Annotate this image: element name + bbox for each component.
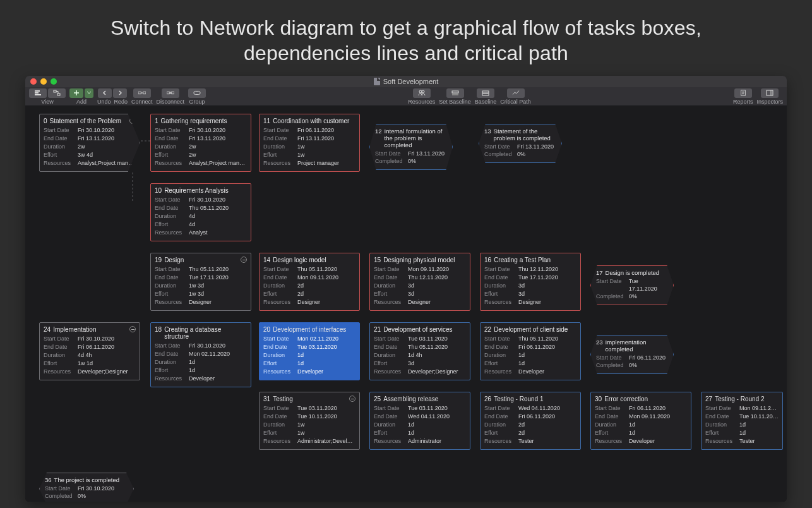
task-box-11[interactable]: 11Coordination with customer Start DateF… [259,114,360,172]
window-title-label: Soft Development [383,78,438,85]
svg-point-11 [422,90,424,93]
toolbar-connect-label: Connect [131,99,153,105]
toolbar-add-label: Add [76,99,87,105]
svg-rect-12 [452,91,458,93]
task-box-21[interactable]: 21Development of services Start DateTue … [369,322,470,380]
task-box-1[interactable]: 1Gathering requirements Start DateFri 30… [150,114,251,172]
svg-point-10 [419,90,422,93]
task-box-20-selected[interactable]: 20Development of interfaces Start DateMo… [259,322,360,380]
toolbar-undoredo-label: Undo Redo [97,99,128,105]
toolbar-resources-group: Resources [408,87,435,106]
toolbar-add-group: Add [69,87,93,106]
milestone-13[interactable]: 13Statement of the problem is completed … [479,124,562,163]
resources-button[interactable] [413,88,431,98]
svg-rect-2 [35,94,41,95]
group-button[interactable] [188,88,206,98]
svg-rect-7 [167,92,169,94]
window-title: Soft Development [25,78,787,85]
toolbar-disconnect-group: Disconnect [157,87,185,106]
svg-rect-9 [194,91,200,94]
toolbar-group-label: Group [189,99,205,105]
toolbar-setbaseline-group: Set Baseline [439,87,471,106]
task-box-0[interactable]: 0Statement of the Problem Start DateFri … [39,114,140,172]
task-box-27[interactable]: 27Testing - Round 2 Start DateMon 09.11.… [701,392,783,450]
task-box-25[interactable]: 25Assembling release Start DateTue 03.11… [369,392,470,450]
task-box-19[interactable]: 19Design Start DateThu 05.11.2020 End Da… [150,253,251,311]
page-headline: Switch to Network diagram to get a graph… [0,0,812,66]
task-box-14[interactable]: 14Design logic model Start DateThu 05.11… [259,253,360,311]
svg-rect-3 [54,90,56,92]
toolbar-criticalpath-label: Critical Path [500,99,531,105]
svg-rect-8 [172,92,174,94]
inspectors-button[interactable] [761,88,779,98]
svg-rect-5 [138,92,141,94]
toolbar-criticalpath-group: Critical Path [500,87,531,106]
add-button[interactable] [69,88,83,98]
window-titlebar: Soft Development [25,76,787,87]
svg-rect-1 [35,92,39,94]
svg-rect-13 [452,94,458,95]
toolbar-inspectors-group: Inspectors [756,87,783,106]
svg-rect-17 [767,90,773,95]
gantt-view-button[interactable] [29,88,47,98]
svg-rect-14 [482,91,489,93]
milestone-23[interactable]: 23Implementation completed Start DateFri… [590,335,674,374]
task-box-30[interactable]: 30Error correction Start DateFri 06.11.2… [590,392,691,450]
toolbar-view-group: View [29,87,66,106]
collapse-icon[interactable] [129,118,136,124]
collapse-icon[interactable] [241,257,247,263]
task-box-16[interactable]: 16Creating a Test Plan Start DateThu 12.… [480,253,581,311]
app-window: Soft Development View [25,76,787,502]
toolbar-view-label: View [41,99,53,105]
toolbar-disconnect-label: Disconnect [157,99,185,105]
network-canvas[interactable]: 0Statement of the Problem Start DateFri … [25,106,787,502]
milestone-17[interactable]: 17Design is completed Start DateTue 17.1… [590,265,674,305]
svg-rect-0 [35,90,40,92]
svg-rect-15 [482,94,489,95]
svg-rect-4 [57,94,60,95]
set-baseline-button[interactable] [446,88,464,98]
svg-rect-6 [143,92,146,94]
task-box-24[interactable]: 24Implementation Start DateFri 30.10.202… [39,322,140,380]
toolbar-connect-group: Connect [131,87,153,106]
task-box-15[interactable]: 15Designing physical model Start DateMon… [369,253,470,311]
toolbar-reports-label: Reports [733,99,753,105]
toolbar-undoredo-group: Undo Redo [97,87,128,106]
baseline-button[interactable] [477,88,494,98]
task-box-18[interactable]: 18Creating a database structure Start Da… [150,322,251,387]
toolbar-resources-label: Resources [408,99,435,105]
critical-path-button[interactable] [507,88,525,98]
task-box-31[interactable]: 31Testing Start DateTue 03.11.2020 End D… [259,392,360,450]
network-view-button[interactable] [48,88,66,98]
toolbar-group-group: Group [188,87,206,106]
toolbar-inspectors-label: Inspectors [756,99,783,105]
reports-button[interactable] [734,88,752,98]
toolbar-setbaseline-label: Set Baseline [439,99,471,105]
disconnect-button[interactable] [162,88,179,98]
toolbar-reports-group: Reports [733,87,753,106]
task-box-22[interactable]: 22Development of client side Start DateT… [480,322,581,380]
task-box-10[interactable]: 10Requirements Analysis Start DateFri 30… [150,183,251,241]
task-box-26[interactable]: 26Testing - Round 1 Start DateWed 04.11.… [480,392,581,450]
document-icon [374,78,380,85]
milestone-36[interactable]: 36The project is completed Start DateFri… [39,473,134,502]
add-dropdown-button[interactable] [85,88,93,98]
toolbar-baseline-label: Baseline [475,99,497,105]
collapse-icon[interactable] [129,326,136,332]
connect-button[interactable] [133,88,151,98]
undo-button[interactable] [98,88,112,98]
redo-button[interactable] [113,88,127,98]
toolbar: View Add Undo [25,87,787,106]
collapse-icon[interactable] [349,396,355,402]
toolbar-baseline-group: Baseline [475,87,497,106]
milestone-12[interactable]: 12Internal formulation of the problem is… [369,124,453,170]
